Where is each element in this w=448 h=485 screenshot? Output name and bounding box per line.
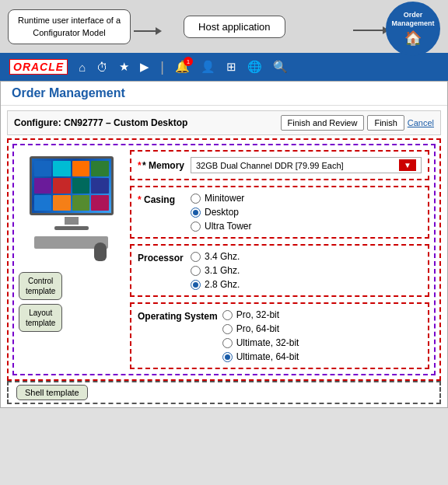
control-template-label: Control template (19, 272, 62, 300)
globe-icon[interactable]: 🌐 (247, 60, 262, 74)
config-options: * * Memory 32GB Dual Channel DDR [79.99 … (130, 150, 429, 369)
search-icon[interactable]: 🔍 (273, 60, 288, 74)
casing-ultratower[interactable]: Ultra Tower (191, 221, 251, 232)
os-ult64[interactable]: Ultimate, 64-bit (222, 351, 299, 362)
users-icon[interactable]: 👤 (201, 60, 215, 74)
configure-title: Configure: CN92777 – Custom Desktop (14, 117, 187, 128)
casing-options: Minitower Desktop (191, 193, 251, 232)
memory-label: * * Memory (138, 160, 186, 171)
mouse (94, 242, 107, 261)
processor-options: 3.4 Ghz. 3.1 Ghz. (191, 251, 240, 290)
notification-badge: 1 (184, 57, 193, 66)
monitor-base (54, 226, 89, 230)
nav-separator: | (160, 59, 164, 75)
memory-control: * * Memory 32GB Dual Channel DDR [79.99 … (130, 150, 429, 180)
cancel-button[interactable]: Cancel (408, 118, 434, 127)
os-control: Operating System Pro, 32-bit Pro, 64-bit (130, 302, 429, 369)
shell-template-area: Control template Layout template * * Mem… (7, 138, 441, 381)
processor-34[interactable]: 3.4 Ghz. (191, 251, 240, 262)
radio-ult64[interactable] (222, 352, 233, 362)
configurator-label: Runtime user interface of a Configurator… (18, 16, 121, 38)
page-title: Order Management (1, 82, 447, 106)
host-app-label: Host application (198, 21, 271, 33)
radio-pro32[interactable] (222, 310, 233, 320)
main-content: Order Management Configure: CN92777 – Cu… (0, 81, 448, 408)
os-pro32[interactable]: Pro, 32-bit (222, 309, 299, 320)
grid-icon[interactable]: ⊞ (226, 60, 236, 74)
configure-header: Configure: CN92777 – Custom Desktop Fini… (7, 110, 441, 135)
shell-template-label: Shell template (16, 385, 88, 400)
memory-dropdown[interactable]: 32GB Dual Channel DDR [79.99 Each] ▼ (191, 157, 422, 173)
host-app-callout: Host application (184, 16, 285, 38)
radio-34ghz[interactable] (191, 252, 201, 262)
play-icon[interactable]: ▶ (140, 60, 149, 74)
configurator-callout: Runtime user interface of a Configurator… (8, 9, 131, 44)
casing-control: * Casing Minitower (130, 186, 429, 239)
radio-28ghz[interactable] (191, 280, 201, 290)
monitor (30, 156, 114, 215)
os-pro64[interactable]: Pro, 64-bit (222, 323, 299, 334)
notification-icon[interactable]: 🔔 1 (175, 60, 190, 74)
home-icon[interactable]: ⌂ (79, 61, 86, 74)
order-mgmt-icon: 🏠 (404, 30, 422, 47)
radio-31ghz[interactable] (191, 266, 201, 276)
radio-pro64[interactable] (222, 324, 233, 334)
monitor-stand (65, 217, 79, 225)
os-ult32[interactable]: Ultimate, 32-bit (222, 337, 299, 348)
product-image: Control template Layout template (19, 150, 124, 369)
layout-template-area: Control template Layout template * * Mem… (12, 144, 436, 375)
shell-template-label-area: Shell template (7, 381, 441, 404)
header-buttons: Finish and Review Finish Cancel (281, 115, 434, 131)
clock-icon[interactable]: ⏱ (96, 61, 108, 74)
configurator-arrow (134, 30, 157, 32)
casing-desktop[interactable]: Desktop (191, 207, 251, 218)
nav-bar: ORACLE ⌂ ⏱ ★ ▶ | 🔔 1 👤 ⊞ 🌐 🔍 (0, 53, 448, 81)
os-label: Operating System (138, 309, 218, 322)
order-mgmt-circle[interactable]: Order Management 🏠 (386, 2, 440, 56)
star-icon[interactable]: ★ (119, 60, 129, 74)
oracle-logo: ORACLE (9, 59, 68, 75)
finish-review-button[interactable]: Finish and Review (281, 115, 365, 131)
radio-minitower[interactable] (191, 194, 201, 204)
processor-label: Processor (138, 251, 186, 263)
radio-ultratower[interactable] (191, 222, 201, 232)
os-options: Pro, 32-bit Pro, 64-bit Ultimate, 32-bit (222, 309, 299, 362)
casing-label: * Casing (138, 193, 186, 205)
radio-desktop[interactable] (191, 208, 201, 218)
radio-ult32[interactable] (222, 338, 233, 348)
layout-template-label: Layout template (19, 304, 62, 332)
processor-28[interactable]: 2.8 Ghz. (191, 279, 240, 290)
finish-button[interactable]: Finish (367, 115, 404, 131)
processor-31[interactable]: 3.1 Ghz. (191, 265, 240, 276)
dropdown-arrow-icon[interactable]: ▼ (399, 159, 416, 171)
casing-minitower[interactable]: Minitower (191, 193, 251, 204)
processor-control: Processor 3.4 Ghz. 3.1 Ghz. (130, 244, 429, 297)
order-mgmt-title: Order Management (388, 11, 438, 28)
